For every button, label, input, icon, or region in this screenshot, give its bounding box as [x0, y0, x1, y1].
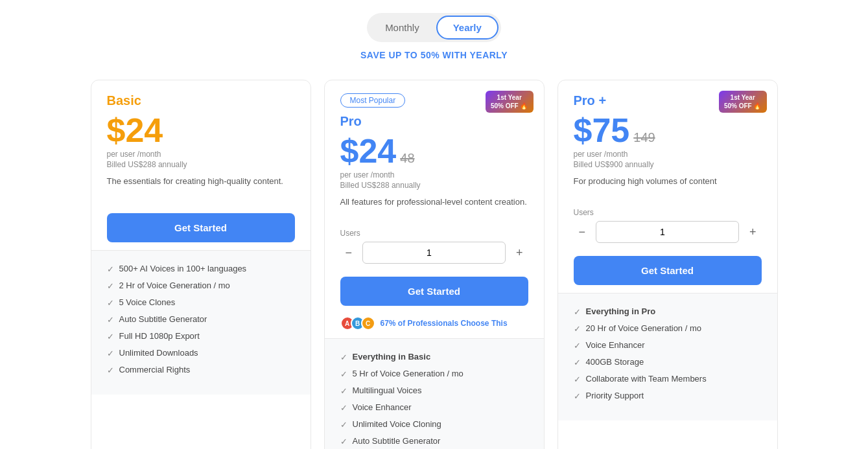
check-icon: ✓ — [340, 420, 347, 430]
check-icon: ✓ — [340, 437, 347, 446]
list-item: ✓ Full HD 1080p Export — [107, 331, 295, 341]
save-banner: SAVE UP TO 50% WITH YEARLY — [13, 50, 855, 60]
check-icon: ✓ — [574, 374, 581, 384]
proplus-price-amount: $75 — [574, 113, 630, 147]
monthly-toggle-btn[interactable]: Monthly — [369, 16, 435, 40]
avatar: C — [361, 316, 375, 330]
proplus-price-billed: Billed US$900 annually — [574, 160, 762, 169]
proplus-get-started-button[interactable]: Get Started — [574, 256, 762, 285]
list-item: ✓ 2 Hr of Voice Generation / mo — [107, 281, 295, 291]
basic-plan-price: $24 — [107, 113, 295, 147]
list-item: ✓ Auto Subtitle Generator — [107, 314, 295, 325]
check-icon: ✓ — [340, 369, 347, 379]
list-item: ✓ Commercial Rights — [107, 365, 295, 375]
pro-professionals-note: A B C 67% of Professionals Choose This — [325, 314, 544, 338]
basic-plan-card: Basic $24 per user /month Billed US$288 … — [91, 80, 311, 449]
proplus-plan-price: $75 149 — [574, 113, 762, 147]
pro-price-strikethrough: 48 — [400, 151, 414, 166]
proplus-users-increment-button[interactable]: + — [744, 224, 762, 240]
list-item: ✓ Auto Subtitle Generator — [340, 436, 528, 446]
list-item: ✓ Collaborate with Team Members — [574, 374, 762, 384]
check-icon: ✓ — [107, 365, 114, 375]
basic-price-amount: $24 — [107, 113, 163, 147]
check-icon: ✓ — [340, 352, 347, 362]
pro-plan-price: $24 48 — [340, 134, 528, 168]
billing-toggle: Monthly Yearly — [13, 13, 855, 42]
list-item: ✓ Voice Enhancer — [340, 402, 528, 413]
check-icon: ✓ — [107, 349, 114, 358]
proplus-users-decrement-button[interactable]: − — [574, 224, 591, 240]
basic-get-started-button[interactable]: Get Started — [107, 213, 295, 242]
pro-plan-name: Pro — [340, 114, 528, 129]
pro-get-started-button[interactable]: Get Started — [340, 277, 528, 306]
proplus-users-label: Users — [574, 208, 762, 217]
list-item: ✓ Everything in Basic — [340, 352, 528, 362]
check-icon: ✓ — [107, 281, 114, 291]
pro-first-year-badge: 1st Year50% OFF 🔥 — [486, 91, 534, 113]
basic-price-billed: Billed US$288 annually — [107, 160, 295, 169]
pro-users-control: − + — [340, 242, 528, 264]
list-item: ✓ Priority Support — [574, 391, 762, 401]
proplus-plan-description: For producing high volumes of content — [574, 176, 762, 187]
check-icon: ✓ — [574, 324, 581, 334]
check-icon: ✓ — [107, 332, 114, 341]
list-item: ✓ Voice Enhancer — [574, 340, 762, 351]
pro-price-period: per user /month — [340, 170, 528, 179]
proplus-users-control: − + — [574, 221, 762, 243]
proplus-price-strikethrough: 149 — [633, 130, 655, 145]
toggle-container: Monthly Yearly — [367, 13, 501, 42]
pro-users-label: Users — [340, 229, 528, 238]
basic-features-section: ✓ 500+ AI Voices in 100+ languages ✓ 2 H… — [91, 250, 311, 395]
proplus-price-period: per user /month — [574, 150, 762, 159]
list-item: ✓ 500+ AI Voices in 100+ languages — [107, 264, 295, 274]
list-item: ✓ Unlimited Voice Cloning — [340, 419, 528, 430]
pro-users-increment-button[interactable]: + — [511, 244, 528, 261]
professionals-text: 67% of Professionals Choose This — [381, 319, 508, 328]
check-icon: ✓ — [107, 315, 114, 325]
pro-users-section: Users − + — [325, 229, 544, 271]
list-item: ✓ Unlimited Downloads — [107, 348, 295, 358]
proplus-first-year-badge: 1st Year50% OFF 🔥 — [719, 91, 767, 113]
list-item: ✓ Multilingual Voices — [340, 386, 528, 396]
basic-plan-header: Basic $24 per user /month Billed US$288 … — [91, 80, 311, 208]
check-icon: ✓ — [107, 298, 114, 308]
avatars-group: A B C — [340, 316, 371, 330]
pro-plan-card: Most Popular 1st Year50% OFF 🔥 Pro $24 4… — [324, 80, 545, 449]
basic-plan-description: The essentials for creating high-quality… — [107, 176, 295, 187]
list-item: ✓ 400GB Storage — [574, 357, 762, 367]
check-icon: ✓ — [574, 391, 581, 401]
pro-price-billed: Billed US$288 annually — [340, 181, 528, 190]
check-icon: ✓ — [107, 264, 114, 274]
list-item: ✓ 5 Voice Clones — [107, 297, 295, 308]
list-item: ✓ Everything in Pro — [574, 306, 762, 317]
plans-container: Basic $24 per user /month Billed US$288 … — [45, 80, 823, 449]
pro-features-section: ✓ Everything in Basic ✓ 5 Hr of Voice Ge… — [325, 338, 544, 449]
proplus-plan-header: 1st Year50% OFF 🔥 Pro + $75 149 per user… — [558, 80, 777, 208]
pro-price-amount: $24 — [340, 134, 397, 168]
most-popular-badge: Most Popular — [340, 93, 406, 108]
yearly-toggle-btn[interactable]: Yearly — [436, 16, 499, 40]
check-icon: ✓ — [574, 341, 581, 351]
proplus-users-section: Users − + — [558, 208, 777, 251]
check-icon: ✓ — [574, 307, 581, 317]
pro-users-decrement-button[interactable]: − — [340, 244, 358, 261]
basic-price-period: per user /month — [107, 150, 295, 159]
basic-plan-name: Basic — [107, 93, 295, 108]
proplus-plan-card: 1st Year50% OFF 🔥 Pro + $75 149 per user… — [557, 80, 778, 449]
proplus-users-input[interactable] — [596, 221, 739, 243]
pro-plan-description: All features for professional-level cont… — [340, 196, 528, 208]
list-item: ✓ 5 Hr of Voice Generation / mo — [340, 369, 528, 379]
check-icon: ✓ — [340, 386, 347, 396]
pro-users-input[interactable] — [362, 242, 506, 264]
check-icon: ✓ — [340, 403, 347, 413]
proplus-features-section: ✓ Everything in Pro ✓ 20 Hr of Voice Gen… — [558, 293, 777, 420]
list-item: ✓ 20 Hr of Voice Generation / mo — [574, 323, 762, 334]
check-icon: ✓ — [574, 358, 581, 367]
pro-plan-header: Most Popular 1st Year50% OFF 🔥 Pro $24 4… — [325, 80, 544, 229]
